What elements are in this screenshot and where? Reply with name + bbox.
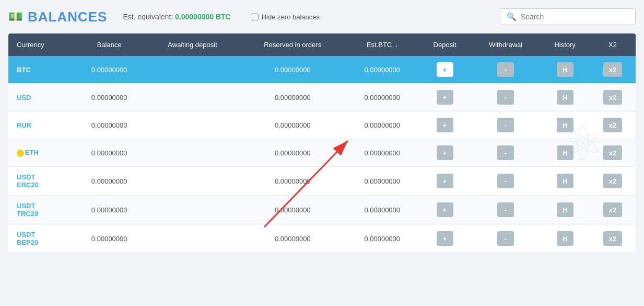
table-row: USD0.000000000.000000000.00000000+-Hx2 bbox=[8, 84, 636, 111]
cell-currency: USDT BEP20 bbox=[8, 224, 73, 253]
history-button[interactable]: H bbox=[557, 174, 573, 188]
cell-currency: USDT TRC20 bbox=[8, 196, 73, 224]
withdrawal-button[interactable]: - bbox=[497, 62, 514, 77]
withdrawal-button[interactable]: - bbox=[497, 145, 514, 160]
cell-awaiting-deposit bbox=[146, 224, 240, 253]
table-row: USDT TRC200.000000000.000000000.00000000… bbox=[8, 196, 636, 224]
est-value: 0.00000000 BTC bbox=[175, 13, 231, 21]
cell-awaiting-deposit bbox=[146, 139, 240, 167]
cell-awaiting-deposit bbox=[146, 196, 240, 224]
cell-deposit: + bbox=[418, 56, 471, 84]
hide-zero-label[interactable]: Hide zero balances bbox=[252, 13, 320, 21]
balance-table: Currency Balance Awaiting deposit Reserv… bbox=[8, 33, 636, 253]
x2-button[interactable]: x2 bbox=[603, 174, 622, 188]
col-est-btc[interactable]: Est.BTC ↓ bbox=[346, 33, 418, 56]
deposit-button[interactable]: + bbox=[437, 174, 453, 188]
col-reserved-orders: Reserved in orders bbox=[239, 33, 346, 56]
cell-reserved-orders: 0.00000000 bbox=[239, 111, 346, 139]
cell-currency: ETH bbox=[8, 139, 73, 167]
currency-link[interactable]: USD bbox=[17, 94, 31, 101]
deposit-button[interactable]: + bbox=[437, 145, 453, 160]
history-button[interactable]: H bbox=[557, 62, 573, 77]
cell-currency: USDT ERC20 bbox=[8, 167, 73, 196]
cell-reserved-orders: 0.00000000 bbox=[239, 84, 346, 111]
cell-deposit: + bbox=[418, 224, 471, 253]
history-button[interactable]: H bbox=[557, 145, 573, 160]
cell-history: H bbox=[540, 84, 590, 111]
x2-button[interactable]: x2 bbox=[603, 202, 622, 217]
cell-reserved-orders: 0.00000000 bbox=[239, 167, 346, 196]
cell-x2: x2 bbox=[590, 111, 636, 139]
cell-withdrawal: - bbox=[471, 139, 540, 167]
cell-currency: USD bbox=[8, 84, 73, 111]
hide-zero-checkbox[interactable] bbox=[252, 14, 259, 20]
cell-balance: 0.00000000 bbox=[73, 139, 146, 167]
cell-withdrawal: - bbox=[471, 196, 540, 224]
currency-link[interactable]: RUR bbox=[17, 121, 31, 129]
deposit-button[interactable]: + bbox=[437, 118, 453, 132]
cell-est-btc: 0.00000000 bbox=[346, 224, 418, 253]
currency-link[interactable]: USDT BEP20 bbox=[17, 231, 38, 246]
deposit-button[interactable]: + bbox=[437, 202, 453, 217]
x2-button[interactable]: x2 bbox=[603, 145, 622, 160]
cell-balance: 0.00000000 bbox=[73, 167, 146, 196]
cell-est-btc: 0.00000000 bbox=[346, 196, 418, 224]
deposit-button[interactable]: + bbox=[437, 231, 453, 246]
cell-x2: x2 bbox=[590, 139, 636, 167]
cell-est-btc: 0.00000000 bbox=[346, 56, 418, 84]
x2-button[interactable]: x2 bbox=[603, 90, 622, 105]
col-est-btc-label: Est.BTC bbox=[367, 41, 392, 49]
search-icon: 🔍 bbox=[507, 12, 517, 21]
cell-history: H bbox=[540, 56, 590, 84]
wallet-icon: 💵 bbox=[8, 10, 22, 24]
cell-balance: 0.00000000 bbox=[73, 56, 146, 84]
history-button[interactable]: H bbox=[557, 118, 573, 132]
cell-awaiting-deposit bbox=[146, 84, 240, 111]
cell-est-btc: 0.00000000 bbox=[346, 111, 418, 139]
table-row: ETH0.000000000.000000000.00000000+-Hx2 bbox=[8, 139, 636, 167]
currency-link[interactable]: USDT ERC20 bbox=[17, 173, 39, 189]
withdrawal-button[interactable]: - bbox=[497, 202, 514, 217]
cell-history: H bbox=[540, 139, 590, 167]
withdrawal-button[interactable]: - bbox=[497, 118, 514, 132]
est-equiv-label: Est. equivalent: 0.00000000 BTC bbox=[123, 13, 230, 21]
currency-link[interactable]: USDT TRC20 bbox=[17, 202, 38, 218]
currency-link[interactable]: BTC bbox=[17, 66, 31, 74]
withdrawal-button[interactable]: - bbox=[497, 231, 514, 246]
x2-button[interactable]: x2 bbox=[603, 231, 622, 246]
cell-est-btc: 0.00000000 bbox=[346, 84, 418, 111]
history-button[interactable]: H bbox=[557, 231, 573, 246]
cell-history: H bbox=[540, 167, 590, 196]
table-row: BTC0.000000000.000000000.00000000+-Hx2 bbox=[8, 56, 636, 84]
deposit-button[interactable]: + bbox=[437, 90, 453, 105]
cell-deposit: + bbox=[418, 139, 471, 167]
cell-withdrawal: - bbox=[471, 224, 540, 253]
table-row: RUR0.000000000.000000000.00000000+-Hx2 bbox=[8, 111, 636, 139]
history-button[interactable]: H bbox=[557, 202, 573, 217]
search-box[interactable]: 🔍 bbox=[500, 8, 636, 25]
cell-balance: 0.00000000 bbox=[73, 224, 146, 253]
cell-x2: x2 bbox=[590, 56, 636, 84]
currency-link[interactable]: ETH bbox=[25, 149, 39, 156]
withdrawal-button[interactable]: - bbox=[497, 90, 514, 105]
cell-reserved-orders: 0.00000000 bbox=[239, 196, 346, 224]
sort-arrow-icon: ↓ bbox=[395, 42, 398, 48]
page-header: 💵 BALANCES Est. equivalent: 0.00000000 B… bbox=[8, 8, 636, 25]
cell-history: H bbox=[540, 196, 590, 224]
history-button[interactable]: H bbox=[557, 90, 573, 105]
x2-button[interactable]: x2 bbox=[603, 118, 622, 132]
cell-est-btc: 0.00000000 bbox=[346, 139, 418, 167]
withdrawal-button[interactable]: - bbox=[497, 174, 514, 188]
x2-button[interactable]: x2 bbox=[603, 62, 622, 77]
cell-withdrawal: - bbox=[471, 84, 540, 111]
col-history: History bbox=[540, 33, 590, 56]
cell-x2: x2 bbox=[590, 224, 636, 253]
cell-history: H bbox=[540, 111, 590, 139]
cell-deposit: + bbox=[418, 84, 471, 111]
search-input[interactable] bbox=[521, 13, 625, 21]
cell-currency: BTC bbox=[8, 56, 73, 84]
col-withdrawal: Withdrawal bbox=[471, 33, 540, 56]
col-x2: X2 bbox=[590, 33, 636, 56]
deposit-button[interactable]: + bbox=[437, 62, 453, 77]
balance-table-container: ⚛ Currency Balance Awaiting deposit Rese… bbox=[8, 33, 636, 253]
